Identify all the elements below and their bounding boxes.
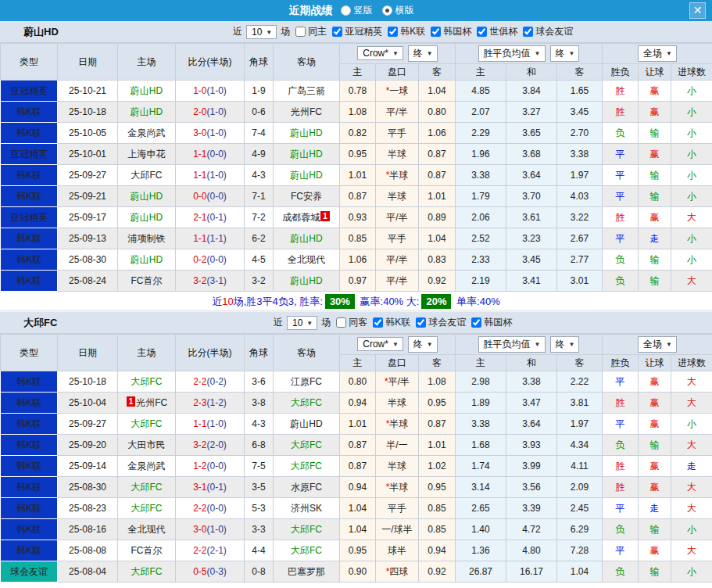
scope-select[interactable]: 全场	[638, 45, 677, 62]
odds-home-cell: 0.95	[340, 540, 376, 561]
avg-away-cell: 1.97	[557, 414, 603, 435]
home-team-cell: 金泉尚武	[118, 123, 176, 144]
radio-unchecked-icon[interactable]	[341, 5, 351, 16]
sub-header-3: 主	[456, 64, 506, 81]
home-team-cell: 大邱FC	[118, 414, 176, 435]
goals-cell: 大	[671, 540, 712, 561]
odds-away-cell: 1.08	[419, 371, 456, 393]
same-venue-checkbox-input[interactable]	[295, 27, 306, 37]
avg-win-cell: 3.14	[456, 477, 506, 498]
league-filter-2[interactable]: 韩国杯	[471, 316, 513, 329]
halftime-score: (1-0)	[207, 85, 227, 96]
handicap-result-cell: 赢	[639, 456, 671, 477]
same-venue-checkbox[interactable]: 同客	[336, 316, 369, 329]
layout-radio-horizontal[interactable]: 横版	[382, 4, 414, 17]
date-cell: 25-09-13	[58, 228, 118, 249]
halftime-score: (0-0)	[207, 149, 227, 160]
avg-away-cell: 2.45	[557, 498, 603, 519]
league-filter-0-input[interactable]	[373, 317, 383, 328]
verdict-text: 小	[687, 106, 696, 117]
league-filter-2[interactable]: 韩国杯	[431, 25, 473, 38]
goals-cell: 走	[671, 456, 712, 477]
league-filter-2-label: 韩国杯	[484, 316, 512, 329]
league-filter-1-input[interactable]	[416, 317, 426, 328]
odds-away-cell: 0.95	[419, 477, 456, 498]
avg-away-cell: 1.65	[557, 81, 603, 102]
league-filter-2-input[interactable]	[471, 317, 481, 328]
date-cell: 25-09-21	[58, 186, 118, 207]
league-filter-0[interactable]: 亚冠精英	[332, 25, 384, 38]
avg-final-select[interactable]: 终	[550, 336, 580, 353]
goals-cell: 小	[671, 81, 712, 102]
avg-away-cell: 4.34	[557, 435, 603, 456]
scope-select[interactable]: 全场	[638, 336, 677, 353]
odds-home-cell: 0.87	[340, 456, 376, 477]
away-team-cell: 蔚山HD	[274, 414, 340, 435]
halftime-score: (1-0)	[207, 524, 227, 535]
table-row: 韩K联25-10-18蔚山HD2-0(1-0)0-6光州FC1.08平/半0.8…	[1, 102, 712, 123]
sub-header-6: 胜负	[603, 355, 639, 371]
handicap-text: 半球	[388, 191, 406, 202]
league-cell: 韩K联	[1, 393, 58, 414]
verdict-text: 输	[650, 566, 660, 577]
away-team-cell: 大邱FC	[274, 519, 340, 540]
home-team-cell: 大邱FC	[118, 561, 176, 583]
radio-checked-icon[interactable]	[382, 5, 392, 16]
date-cell: 25-10-05	[58, 123, 118, 144]
table-row: 韩K联25-09-20大田市民3-2(2-0)6-8大邱FC0.87半/一1.0…	[1, 435, 712, 456]
near-count-select[interactable]: 10	[287, 316, 317, 330]
league-filter-2-input[interactable]	[431, 27, 441, 37]
handicap-result-cell: 输	[639, 123, 671, 144]
handicap-text: 半球	[389, 170, 408, 181]
odds-company-select[interactable]: Crow*	[357, 337, 403, 351]
avg-draw-cell: 3.64	[506, 414, 557, 435]
handicap-cell: 球半	[376, 540, 419, 561]
odds-final-select[interactable]: 终	[408, 336, 438, 353]
handicap-result-cell: 输	[639, 165, 671, 186]
score-cell: 2-2(0-2)	[176, 371, 245, 393]
avg-final-select[interactable]: 终	[550, 45, 580, 62]
avg-select[interactable]: 胜平负均值	[478, 336, 546, 353]
verdict-text: 平	[616, 170, 625, 181]
same-venue-checkbox-input[interactable]	[336, 317, 346, 328]
verdict-text: 赢	[650, 482, 660, 493]
same-venue-checkbox[interactable]: 同主	[295, 25, 328, 38]
handicap-cell: 半球	[376, 456, 419, 477]
home-team-cell: 全北现代	[118, 519, 176, 540]
league-filter-0-label: 亚冠精英	[345, 25, 382, 38]
close-button[interactable]: ✕	[689, 2, 706, 19]
layout-radio-vertical[interactable]: 竖版	[341, 4, 373, 17]
odds-company-select[interactable]: Crow*	[357, 46, 403, 60]
corners-cell: 3-8	[245, 393, 274, 414]
goals-cell: 大	[671, 498, 712, 519]
league-filter-1-input[interactable]	[388, 27, 398, 37]
results-table: 类型日期主场比分(半场)角球客场Crow*终胜平负均值终全场主盘口客主和客胜负让…	[0, 334, 712, 583]
near-count-select[interactable]: 10	[246, 25, 277, 39]
league-filter-0-input[interactable]	[332, 27, 342, 37]
league-filter-0[interactable]: 韩K联	[373, 316, 412, 329]
league-filter-4[interactable]: 球会友谊	[523, 25, 574, 38]
home-team-cell: 大邱FC	[118, 371, 176, 393]
verdict-text: 输	[650, 170, 660, 181]
handicap-result-cell: 输	[639, 271, 671, 292]
league-filter-1[interactable]: 球会友谊	[416, 316, 467, 329]
odds-final-select[interactable]: 终	[408, 45, 438, 62]
verdict-text: 小	[687, 149, 696, 160]
corners-cell: 3-5	[245, 477, 274, 498]
col-header-0: 类型	[1, 335, 58, 371]
handicap-text: 平手	[388, 127, 406, 138]
halftime-score: (1-0)	[207, 127, 227, 138]
league-filter-3-input[interactable]	[477, 27, 487, 37]
team-name-text: 蔚山HD	[290, 149, 322, 160]
league-cell: 韩K联	[1, 519, 58, 540]
league-filter-4-input[interactable]	[523, 27, 533, 37]
handicap-cell: 平/半	[376, 271, 419, 292]
handicap-text: 四球	[389, 566, 408, 577]
league-filter-1[interactable]: 韩K联	[388, 25, 427, 38]
table-row: 韩K联25-09-21蔚山HD0-0(0-0)7-1FC安养0.87半球1.01…	[1, 186, 712, 207]
verdict-text: 小	[687, 127, 696, 138]
league-filter-3[interactable]: 世俱杯	[477, 25, 519, 38]
avg-select[interactable]: 胜平负均值	[478, 45, 546, 62]
away-team-cell: 大邱FC	[274, 393, 340, 414]
verdict-text: 输	[650, 275, 660, 286]
